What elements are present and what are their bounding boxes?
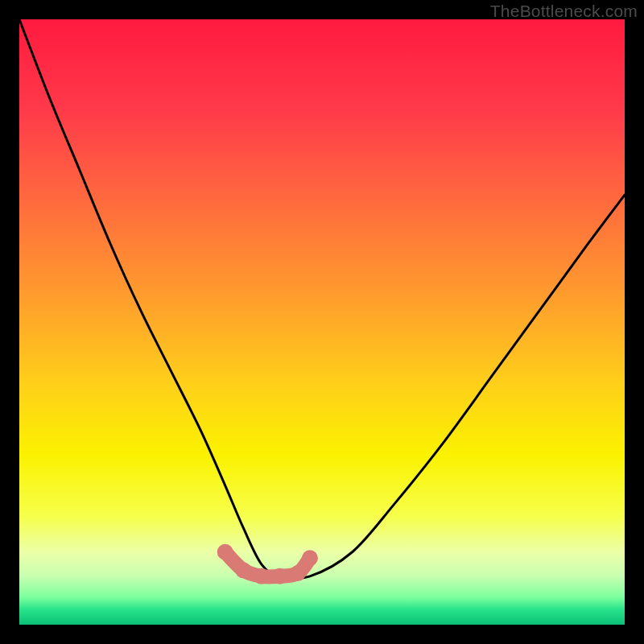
svg-point-5 xyxy=(290,565,306,581)
svg-point-1 xyxy=(217,544,233,560)
svg-point-3 xyxy=(254,568,270,584)
watermark-text: TheBottleneck.com xyxy=(490,2,638,21)
chart-lines xyxy=(19,19,625,625)
svg-point-2 xyxy=(235,562,251,578)
chart-area xyxy=(19,19,625,625)
svg-point-4 xyxy=(271,568,287,584)
bottleneck-curve xyxy=(19,19,625,579)
svg-point-6 xyxy=(302,550,318,566)
